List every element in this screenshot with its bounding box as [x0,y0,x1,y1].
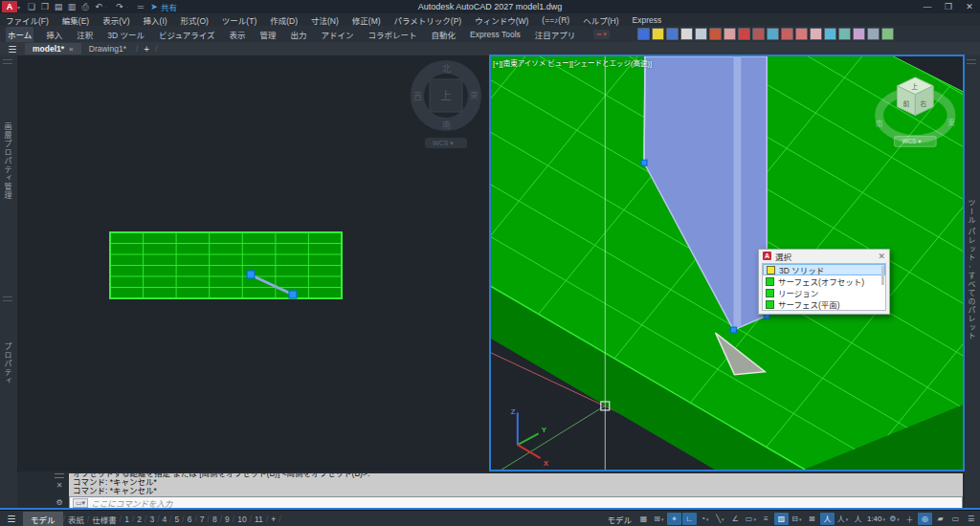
addon-toolbar-icon[interactable] [680,28,693,40]
recent-commands-icon[interactable]: ▭▾ [73,498,88,508]
addon-toolbar-icon[interactable] [724,28,736,40]
command-history[interactable]: オフセットする距離を指定 または [両側をオフセット(B)] <両側をオフセット… [69,473,963,496]
ribbon-tab-collaborate[interactable]: コラボレート [367,27,419,42]
new-layout-button[interactable]: + [271,515,276,524]
command-close-icon[interactable]: ✕ [56,481,63,490]
ribbon-tab-view[interactable]: 表示 [228,27,248,42]
undo-caret-icon[interactable]: · [105,4,113,10]
addon-toolbar-icon[interactable] [853,28,865,40]
customization-icon[interactable]: ☰ [964,513,978,525]
layout-tab-cover[interactable]: 表紙 [65,514,87,525]
annotation-monitor-icon[interactable]: ＋ [902,513,917,525]
layout-tab-1[interactable]: 1 [122,515,132,524]
dialog-close-icon[interactable]: ✕ [878,252,885,261]
selection-filtering-icon[interactable]: 人▾ [835,513,850,525]
addon-toolbar-icon[interactable] [695,28,707,40]
addon-toolbar-icon[interactable] [709,28,722,40]
menu-draw[interactable]: 作成(D) [270,14,298,26]
ribbon-tab-output[interactable]: 出力 [289,27,309,42]
addon-toolbar-icon[interactable] [795,28,808,40]
menu-file[interactable]: ファイル(F) [6,14,49,26]
layout-tab-4[interactable]: 4 [160,515,170,524]
logo-caret-icon[interactable]: ▾ [17,4,25,11]
compass-top[interactable]: 上 [440,90,452,103]
clean-screen-icon[interactable]: ▭ [948,513,963,525]
selection-item-surface-offset[interactable]: サーフェス(オフセット) [763,275,885,287]
addon-toolbar-icon[interactable] [666,28,679,40]
ribbon-tab-manage[interactable]: 管理 [258,27,278,42]
addon-toolbar-icon[interactable] [810,28,822,40]
selection-item-region[interactable]: リージョン [763,287,885,298]
workspace-switching-icon[interactable]: ⚙▾ [887,513,902,525]
file-tab-drawing1[interactable]: Drawing1* [81,43,134,55]
object-snap-tracking-icon[interactable]: ∠ [728,513,743,525]
viewcube-2d[interactable]: 北 西 東 南 上 WCS ▾ [413,64,479,148]
ribbon-tab-automate[interactable]: 自動化 [430,27,458,42]
minimize-button[interactable]: — [917,2,938,11]
selection-item-surface-planar[interactable]: サーフェス(平面) [763,298,885,310]
tool-palettes-tab[interactable]: ツール パレット - すべてのパレット [966,199,976,340]
maximize-button[interactable]: ❐ [938,2,959,11]
addon-toolbar-icon[interactable] [824,28,836,40]
ribbon-tab-visualize[interactable]: ビジュアライズ [157,27,216,42]
viewport-isometric-active[interactable]: Z Y X 南 東 上 前 右 WCS ▾ [489,55,965,471]
menu-express[interactable]: Express [632,15,661,25]
share-button[interactable]: 共有 [161,1,177,12]
file-tab-menu-icon[interactable]: ☰ [0,44,25,55]
plot-icon[interactable]: ⎙ [78,2,92,12]
layout-tab-9[interactable]: 9 [222,515,233,524]
redo-icon[interactable]: ↷ [113,2,126,11]
save-as-icon[interactable]: ▥ [65,2,78,11]
ortho-mode-icon[interactable]: ∟ [682,513,697,525]
dock-grip[interactable] [3,296,12,301]
layout-tab-model[interactable]: モデル [23,512,63,526]
menu-window[interactable]: ウィンドウ(W) [475,14,528,26]
compass-south[interactable]: 南 [442,120,451,130]
snap-mode-icon[interactable]: ⊞▾ [652,513,666,525]
layer-properties-palette-tab[interactable]: 画層プロパティ管理 [2,122,12,200]
layout-tab-spec[interactable]: 仕様書 [89,514,120,525]
qat-dropdown-icon[interactable]: ═ [134,2,147,11]
ribbon-display-toggle[interactable]: ▪▪ ▾ [593,30,609,39]
selection-dialog-titlebar[interactable]: A 選択 ✕ [759,250,889,262]
redo-caret-icon[interactable]: · [126,4,134,10]
isolate-objects-icon[interactable]: ◎ [918,513,932,525]
ribbon-tab-addins[interactable]: アドイン [320,27,356,42]
layout-tab-6[interactable]: 6 [185,515,195,524]
menu-insert[interactable]: 挿入(I) [144,14,167,26]
viewport-plan[interactable]: 北 西 東 南 上 WCS ▾ [17,55,487,470]
menu-help[interactable]: ヘルプ(H) [583,14,618,26]
layout-tab-3[interactable]: 3 [146,515,157,524]
command-grip[interactable] [55,473,64,478]
undo-icon[interactable]: ↶ [92,2,105,11]
addon-toolbar-icon[interactable] [767,28,779,40]
new-drawing-button[interactable]: + [144,44,149,55]
isometric-drafting-icon[interactable]: ╲▾ [713,513,727,525]
dynamic-input-icon[interactable]: ⌖ [667,513,681,525]
wrench-icon[interactable]: ⚙ [56,498,62,507]
dock-grip[interactable] [3,59,12,64]
addon-toolbar-icon[interactable] [867,28,880,40]
grip[interactable] [289,291,297,298]
grip[interactable] [730,327,736,333]
grip[interactable] [247,271,255,278]
lineweight-icon[interactable]: ≡ [759,513,773,525]
file-tab-model1[interactable]: model1* × [25,43,81,55]
new-file-icon[interactable]: ❏ [25,2,38,11]
compass-east[interactable]: 東 [470,90,479,100]
properties-palette-tab[interactable]: プロパティ [2,342,12,385]
layout-tab-2[interactable]: 2 [134,515,145,524]
grip[interactable] [641,160,647,165]
ribbon-tab-featured-apps[interactable]: 注目アプリ [533,27,578,42]
layout-tab-8[interactable]: 8 [210,515,220,524]
addon-toolbar-icon[interactable] [752,28,765,40]
layout-tab-5[interactable]: 5 [172,515,183,524]
ribbon-tab-annotate[interactable]: 注釈 [75,27,95,42]
menu-tools[interactable]: ツール(T) [222,14,256,26]
menu-custom[interactable]: (==♪(R) [542,15,569,25]
viewcube-east[interactable]: 東 [947,118,955,127]
transparency-icon[interactable]: ▨ [774,513,789,525]
grid-display-icon[interactable]: ▦ [636,513,651,525]
close-button[interactable]: ✕ [959,2,980,11]
save-icon[interactable]: ▤ [52,2,65,11]
